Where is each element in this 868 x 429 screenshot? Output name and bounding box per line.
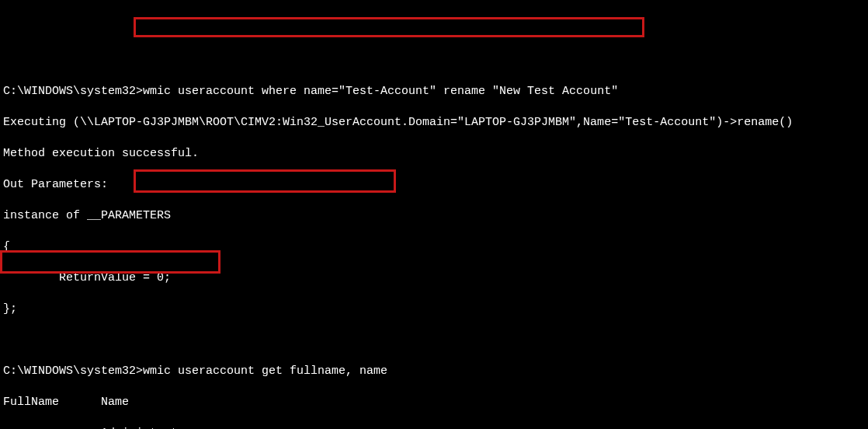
output-instance: instance of __PARAMETERS xyxy=(3,208,868,224)
command-1: wmic useraccount where name="Test-Accoun… xyxy=(143,85,618,98)
prompt-1: C:\WINDOWS\system32> xyxy=(3,85,143,98)
command-2: wmic useraccount get fullname, name xyxy=(143,364,387,378)
output-brace-open: { xyxy=(3,239,868,255)
output-returnvalue: ReturnValue = 0; xyxy=(3,270,868,286)
highlight-box-cmd1 xyxy=(134,17,644,37)
prompt-2: C:\WINDOWS\system32> xyxy=(3,364,143,378)
output-brace-close: }; xyxy=(3,302,868,317)
output-exec: Executing (\\LAPTOP-GJ3PJMBM\ROOT\CIMV2:… xyxy=(3,115,868,131)
table-header: FullName Name xyxy=(3,395,868,410)
output-success: Method execution successful. xyxy=(3,146,868,162)
output-params-label: Out Parameters: xyxy=(3,177,868,193)
table-row: Administrator xyxy=(3,426,868,429)
